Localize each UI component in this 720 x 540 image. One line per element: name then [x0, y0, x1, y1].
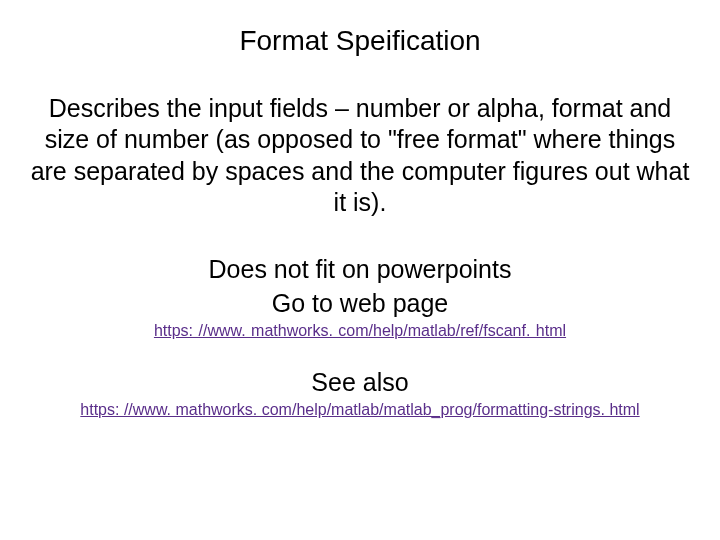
sub-line-1: Does not fit on powerpoints	[20, 254, 700, 284]
slide-title: Format Speification	[20, 25, 700, 57]
sub-line-2: Go to web page	[20, 288, 700, 318]
see-also-heading: See also	[20, 368, 700, 397]
main-paragraph: Describes the input fields – number or a…	[20, 93, 700, 218]
fscanf-link[interactable]: https: //www. mathworks. com/help/matlab…	[20, 322, 700, 340]
formatting-strings-link[interactable]: https: //www. mathworks. com/help/matlab…	[20, 401, 700, 419]
